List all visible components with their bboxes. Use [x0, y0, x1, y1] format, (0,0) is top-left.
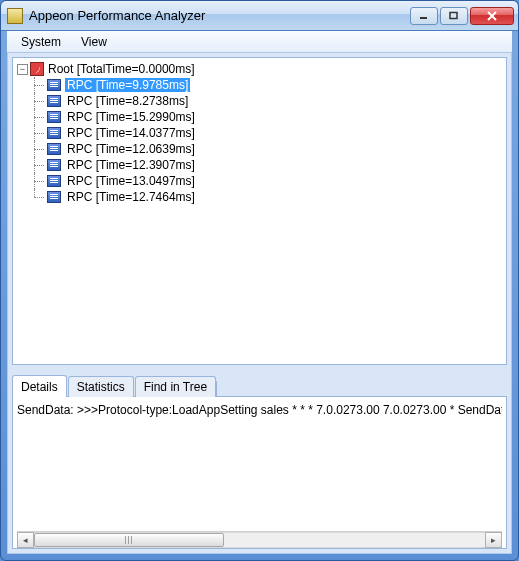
- details-text[interactable]: SendData: >>>Protocol-type:LoadAppSettin…: [17, 403, 502, 531]
- tree-node-label[interactable]: RPC [Time=8.2738ms]: [65, 94, 190, 108]
- root-icon: ⵰: [30, 62, 44, 76]
- tree-node[interactable]: RPC [Time=8.2738ms]: [31, 93, 502, 109]
- collapse-icon[interactable]: −: [17, 64, 28, 75]
- menu-view[interactable]: View: [71, 33, 117, 51]
- tree-node[interactable]: RPC [Time=14.0377ms]: [31, 125, 502, 141]
- tree-node[interactable]: RPC [Time=12.7464ms]: [31, 189, 502, 205]
- bottom-panel: Details Statistics Find in Tree SendData…: [12, 375, 507, 549]
- tree-children: RPC [Time=9.9785ms]RPC [Time=8.2738ms]RP…: [31, 77, 502, 205]
- rpc-icon: [47, 191, 61, 203]
- tree-node[interactable]: RPC [Time=13.0497ms]: [31, 173, 502, 189]
- window-buttons: [410, 7, 514, 25]
- tab-content: SendData: >>>Protocol-type:LoadAppSettin…: [12, 396, 507, 549]
- scroll-left-button[interactable]: ◂: [17, 532, 34, 548]
- close-icon: [486, 11, 498, 21]
- tree-node-label[interactable]: RPC [Time=9.9785ms]: [65, 78, 190, 92]
- svg-rect-1: [450, 12, 457, 18]
- tree-root-row[interactable]: − ⵰ Root [TotalTime=0.0000ms]: [17, 62, 502, 76]
- tab-details[interactable]: Details: [12, 375, 67, 397]
- window-title: Appeon Performance Analyzer: [29, 8, 410, 23]
- scroll-thumb[interactable]: [34, 533, 224, 547]
- scroll-right-button[interactable]: ▸: [485, 532, 502, 548]
- rpc-icon: [47, 79, 61, 91]
- minimize-icon: [418, 11, 430, 21]
- close-button[interactable]: [470, 7, 514, 25]
- tree-node-label[interactable]: RPC [Time=12.0639ms]: [65, 142, 197, 156]
- tree-node-label[interactable]: RPC [Time=14.0377ms]: [65, 126, 197, 140]
- rpc-icon: [47, 143, 61, 155]
- tab-statistics[interactable]: Statistics: [68, 376, 134, 397]
- client-area: − ⵰ Root [TotalTime=0.0000ms] RPC [Time=…: [7, 53, 512, 554]
- tree-node-label[interactable]: RPC [Time=15.2990ms]: [65, 110, 197, 124]
- menu-system[interactable]: System: [11, 33, 71, 51]
- tree-node[interactable]: RPC [Time=12.3907ms]: [31, 157, 502, 173]
- tree-node-label[interactable]: RPC [Time=12.3907ms]: [65, 158, 197, 172]
- rpc-icon: [47, 127, 61, 139]
- tree-node-label[interactable]: RPC [Time=13.0497ms]: [65, 174, 197, 188]
- scroll-track[interactable]: [34, 532, 485, 548]
- menubar: System View: [7, 31, 512, 53]
- maximize-icon: [448, 11, 460, 21]
- tree-root-label[interactable]: Root [TotalTime=0.0000ms]: [46, 62, 197, 76]
- titlebar[interactable]: Appeon Performance Analyzer: [1, 1, 518, 31]
- maximize-button[interactable]: [440, 7, 468, 25]
- horizontal-scrollbar[interactable]: ◂ ▸: [17, 531, 502, 548]
- minimize-button[interactable]: [410, 7, 438, 25]
- tree-node[interactable]: RPC [Time=9.9785ms]: [31, 77, 502, 93]
- rpc-icon: [47, 111, 61, 123]
- tab-find-in-tree[interactable]: Find in Tree: [135, 376, 216, 397]
- app-icon: [7, 8, 23, 24]
- app-window: Appeon Performance Analyzer System View …: [0, 0, 519, 561]
- tab-strip: Details Statistics Find in Tree: [12, 375, 507, 397]
- tab-separator: [216, 381, 217, 397]
- rpc-icon: [47, 159, 61, 171]
- tree-node[interactable]: RPC [Time=15.2990ms]: [31, 109, 502, 125]
- rpc-icon: [47, 95, 61, 107]
- tree-panel[interactable]: − ⵰ Root [TotalTime=0.0000ms] RPC [Time=…: [12, 57, 507, 365]
- tree-node-label[interactable]: RPC [Time=12.7464ms]: [65, 190, 197, 204]
- tree-node[interactable]: RPC [Time=12.0639ms]: [31, 141, 502, 157]
- rpc-icon: [47, 175, 61, 187]
